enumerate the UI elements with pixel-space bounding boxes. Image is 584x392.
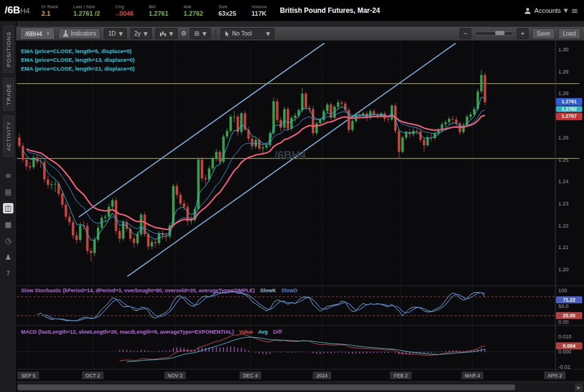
share-icon[interactable]: ♟ — [3, 252, 13, 262]
symbol-contract: H4 — [20, 6, 30, 15]
stat-last-size: Last / Size1.2761 /2 — [74, 4, 100, 17]
svg-text:1.27: 1.27 — [558, 113, 569, 118]
svg-text:SEP 5: SEP 5 — [21, 373, 35, 379]
help-icon[interactable]: ? — [3, 268, 13, 279]
candle-body — [416, 131, 418, 131]
close-icon[interactable]: × — [46, 30, 50, 37]
chart-tab-label: /6BH4 — [25, 30, 42, 37]
candle-body — [183, 204, 185, 207]
svg-text:OCT 2: OCT 2 — [85, 373, 100, 379]
save-button[interactable]: Save — [532, 28, 555, 39]
candle-body — [119, 231, 121, 239]
candle-body — [226, 131, 228, 136]
candle-body — [86, 226, 89, 251]
candle-body — [68, 217, 71, 222]
history-icon[interactable]: ◷ — [3, 236, 13, 246]
chart-background — [16, 41, 584, 382]
candle-body — [305, 93, 307, 108]
orders-icon[interactable]: ▤ — [3, 187, 13, 197]
person-icon — [524, 7, 531, 15]
watchlist-icon[interactable]: ≡ — [3, 170, 13, 181]
candle-body — [294, 116, 296, 118]
stat-iv-rank: IV Rank2.1 — [41, 4, 58, 17]
chart-tab[interactable]: /6BH4 × — [20, 27, 55, 40]
svg-text:▶: ▶ — [577, 385, 581, 390]
stat-chg: Chg-.0046 — [115, 4, 133, 17]
left-sidebar: POSITIONS TRADE ACTIVITY ≡▤◫▦◷♟? — [0, 21, 17, 392]
stat-size: Size63x25 — [218, 4, 237, 17]
gear-icon[interactable]: ⚙ — [181, 30, 187, 37]
accounts-menu[interactable]: Accounts ▼ — [524, 7, 568, 15]
candle-body — [337, 102, 339, 107]
candle-body — [211, 159, 214, 169]
apps-grid-icon[interactable]: ▦ — [3, 219, 13, 230]
candle-body — [97, 228, 99, 240]
candle-body — [90, 251, 92, 253]
symbol: /6BH4 — [5, 5, 30, 16]
candle-body — [444, 122, 447, 124]
candle-body — [93, 240, 96, 253]
candle-body — [351, 121, 353, 130]
candle-body — [466, 117, 468, 125]
candle-body — [18, 138, 20, 146]
zoom-in-button[interactable]: + — [517, 28, 529, 39]
candle-body — [290, 118, 293, 129]
layout-dropdown[interactable]: ⊞ ▼ — [190, 28, 210, 39]
svg-text:1.20: 1.20 — [558, 267, 569, 272]
candle-body — [54, 184, 56, 184]
quote-header: /6BH4 IV Rank2.1Last / Size1.2761 /2Chg-… — [0, 0, 584, 21]
candle-body — [312, 109, 314, 133]
sidebar-icons: ≡▤◫▦◷♟? — [3, 167, 13, 282]
candle-body — [276, 102, 279, 120]
svg-text:1.21: 1.21 — [558, 244, 569, 250]
candle-body — [172, 186, 175, 226]
chevron-down-icon: ▼ — [266, 31, 270, 37]
candle-body — [104, 217, 106, 218]
sidebar-tab-positions[interactable]: POSITIONS — [3, 26, 14, 73]
svg-text:MAR 4: MAR 4 — [465, 373, 480, 379]
candle-body — [151, 242, 153, 247]
candle-body — [426, 138, 429, 145]
candle-body — [22, 146, 24, 159]
price-chart[interactable]: SEP 5OCT 2NOV 2DEC 42024FEB 2MAR 4APR 21… — [0, 41, 584, 392]
svg-text:1.26: 1.26 — [558, 135, 569, 141]
candle-body — [197, 160, 200, 209]
menu-icon[interactable]: ≡ — [571, 6, 578, 15]
svg-text:1.22: 1.22 — [558, 223, 569, 229]
sidebar-tab-activity[interactable]: ACTIVITY — [3, 116, 14, 157]
candle-body — [75, 236, 78, 240]
candle-body — [455, 120, 457, 123]
sidebar-tab-trade[interactable]: TRADE — [3, 78, 14, 111]
zoom-slider[interactable] — [475, 32, 513, 36]
candle-body — [319, 120, 321, 124]
candle-body — [423, 140, 425, 145]
chart-icon[interactable]: ◫ — [3, 203, 13, 214]
candle-body — [111, 200, 113, 206]
candle-body — [133, 239, 135, 243]
chevron-down-icon: ▼ — [169, 31, 173, 37]
indicators-button[interactable]: Indicators — [58, 28, 100, 39]
load-button[interactable]: Load — [558, 28, 580, 39]
candle-body — [480, 75, 482, 91]
scrollbar-thumb[interactable] — [18, 384, 515, 390]
candle-body — [398, 131, 400, 152]
chevron-down-icon: ▼ — [203, 31, 207, 37]
stat-volume: Volume117K — [252, 4, 267, 17]
svg-text:1.29: 1.29 — [558, 69, 569, 75]
zoom-slider-thumb[interactable] — [495, 31, 505, 35]
candle-body — [230, 117, 232, 131]
candle-body — [115, 200, 117, 231]
macd-axis-label: 0.000 — [558, 349, 572, 355]
candle-body — [201, 160, 203, 178]
candle-body — [265, 145, 267, 148]
zoom-out-button[interactable]: − — [460, 28, 471, 39]
candle-body — [204, 178, 207, 180]
candle-body — [301, 93, 304, 110]
accounts-label: Accounts — [534, 7, 561, 14]
chart-style-dropdown[interactable]: ▼ — [155, 28, 178, 39]
stoch-axis-label: 100 — [558, 288, 567, 293]
drawing-tool-dropdown[interactable]: No Tool ▼ — [221, 28, 274, 39]
range-dropdown[interactable]: 2y ▼ — [130, 28, 151, 39]
timeframe-dropdown[interactable]: 1D ▼ — [104, 28, 127, 39]
svg-text:1.24: 1.24 — [558, 178, 569, 184]
